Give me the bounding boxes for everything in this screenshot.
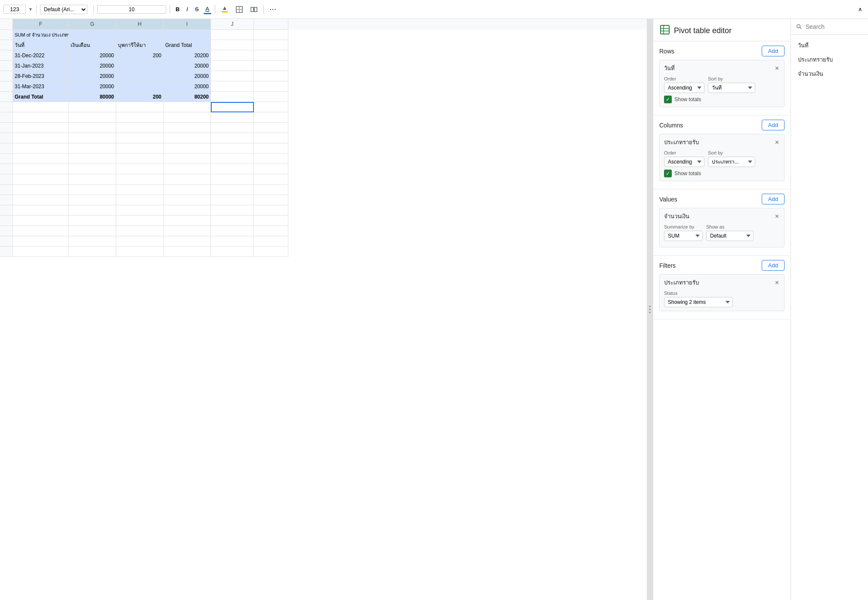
cell-j[interactable] xyxy=(211,205,254,216)
cell-j[interactable] xyxy=(211,164,254,174)
cell-i[interactable] xyxy=(164,123,211,133)
cell-j[interactable] xyxy=(211,143,254,154)
cell-g[interactable] xyxy=(69,195,116,205)
col-header-i[interactable]: I xyxy=(164,19,211,30)
cell-h[interactable] xyxy=(116,205,164,216)
cell-i[interactable] xyxy=(164,247,211,257)
cell-f[interactable] xyxy=(13,236,69,247)
cell-k[interactable] xyxy=(254,123,288,133)
cell-j[interactable] xyxy=(211,102,254,112)
cell-i[interactable] xyxy=(164,185,211,195)
cell-f[interactable] xyxy=(13,154,69,164)
cell-f[interactable] xyxy=(13,123,69,133)
cell-i1[interactable] xyxy=(164,30,211,40)
cell-j[interactable] xyxy=(211,154,254,164)
cell-k1[interactable] xyxy=(254,30,288,40)
fill-color-button[interactable] xyxy=(219,5,231,14)
rows-order-select[interactable]: Ascending Descending xyxy=(664,83,704,93)
cell-f[interactable] xyxy=(13,174,69,185)
cell-reference[interactable]: 123 xyxy=(3,5,26,14)
cell-k[interactable] xyxy=(254,195,288,205)
columns-add-button[interactable]: Add xyxy=(762,120,785,130)
cell-h[interactable] xyxy=(116,154,164,164)
sidebar-field-item-date[interactable]: วันที่ xyxy=(796,38,863,53)
col-header-j[interactable]: J xyxy=(211,19,254,30)
cell-j[interactable] xyxy=(211,174,254,185)
cell-g[interactable] xyxy=(69,185,116,195)
cell-h[interactable] xyxy=(116,123,164,133)
cell-h[interactable] xyxy=(116,133,164,143)
sidebar-field-item-category[interactable]: ประเภทรายรับ xyxy=(796,53,863,67)
cell-g3[interactable]: 20000 xyxy=(69,50,116,61)
cell-i[interactable] xyxy=(164,154,211,164)
cell-k[interactable] xyxy=(254,133,288,143)
cell-k[interactable] xyxy=(254,205,288,216)
cell-k[interactable] xyxy=(254,216,288,226)
cell-g6[interactable]: 20000 xyxy=(69,81,116,92)
cell-k[interactable] xyxy=(254,143,288,154)
cell-i[interactable] xyxy=(164,133,211,143)
columns-field-close-button[interactable]: × xyxy=(774,139,780,146)
cell-i[interactable] xyxy=(164,174,211,185)
cell-k[interactable] xyxy=(254,236,288,247)
cell-j[interactable] xyxy=(211,123,254,133)
col-header-h[interactable]: H xyxy=(116,19,164,30)
cell-g[interactable] xyxy=(69,226,116,236)
cell-h[interactable] xyxy=(116,216,164,226)
rows-sort-by-select[interactable]: วันที่ xyxy=(708,83,755,93)
cell-k6[interactable] xyxy=(254,81,288,92)
italic-button[interactable]: I xyxy=(184,5,190,13)
cell-k[interactable] xyxy=(254,226,288,236)
cell-j[interactable] xyxy=(211,112,254,123)
font-family-select[interactable]: Default (Ari... xyxy=(40,5,87,14)
cell-g[interactable] xyxy=(69,174,116,185)
cell-h7[interactable]: 200 xyxy=(116,92,164,102)
cell-f[interactable] xyxy=(13,247,69,257)
cell-j6[interactable] xyxy=(211,81,254,92)
cell-g[interactable] xyxy=(69,133,116,143)
columns-order-select[interactable]: Ascending Descending xyxy=(664,157,704,167)
filters-field-close-button[interactable]: × xyxy=(774,279,780,287)
values-field-close-button[interactable]: × xyxy=(774,213,780,220)
cell-j[interactable] xyxy=(211,236,254,247)
cell-h[interactable] xyxy=(116,143,164,154)
cell-k[interactable] xyxy=(254,185,288,195)
cell-f[interactable] xyxy=(13,216,69,226)
cell-j4[interactable] xyxy=(211,61,254,71)
cell-h[interactable] xyxy=(116,247,164,257)
cell-j[interactable] xyxy=(211,216,254,226)
cell-j[interactable] xyxy=(211,247,254,257)
cell-g[interactable] xyxy=(69,143,116,154)
cell-h6[interactable] xyxy=(116,81,164,92)
cell-i[interactable] xyxy=(164,195,211,205)
cell-g[interactable] xyxy=(69,205,116,216)
cell-h[interactable] xyxy=(116,226,164,236)
strikethrough-button[interactable]: S xyxy=(193,5,201,13)
summarize-by-select[interactable]: SUM COUNT AVERAGE xyxy=(664,231,703,241)
cell-f[interactable] xyxy=(13,164,69,174)
cell-j[interactable] xyxy=(211,226,254,236)
cell-i3[interactable]: 20200 xyxy=(164,50,211,61)
col-header-k[interactable] xyxy=(254,19,288,30)
cell-h[interactable] xyxy=(116,185,164,195)
cell-i[interactable] xyxy=(164,143,211,154)
cell-h[interactable] xyxy=(116,164,164,174)
cell-ref-arrow[interactable]: ▼ xyxy=(28,7,33,12)
cell-g[interactable] xyxy=(69,247,116,257)
cell-f[interactable] xyxy=(13,112,69,123)
cell-g[interactable] xyxy=(69,154,116,164)
cell-i2[interactable]: Grand Total xyxy=(164,40,211,50)
cell-g[interactable] xyxy=(69,112,116,123)
cell-i7[interactable]: 80200 xyxy=(164,92,211,102)
cell-k[interactable] xyxy=(254,164,288,174)
cell-k[interactable] xyxy=(254,102,288,112)
cell-i4[interactable]: 20000 xyxy=(164,61,211,71)
cell-j1[interactable] xyxy=(211,30,254,40)
cell-g7[interactable]: 80000 xyxy=(69,92,116,102)
filters-add-button[interactable]: Add xyxy=(762,260,785,271)
cell-g2[interactable]: เงินเดือน xyxy=(69,40,116,50)
cell-i5[interactable]: 20000 xyxy=(164,71,211,81)
cell-h[interactable] xyxy=(116,195,164,205)
sidebar-field-item-amount[interactable]: จำนวนเงิน xyxy=(796,67,863,81)
cell-k2[interactable] xyxy=(254,40,288,50)
